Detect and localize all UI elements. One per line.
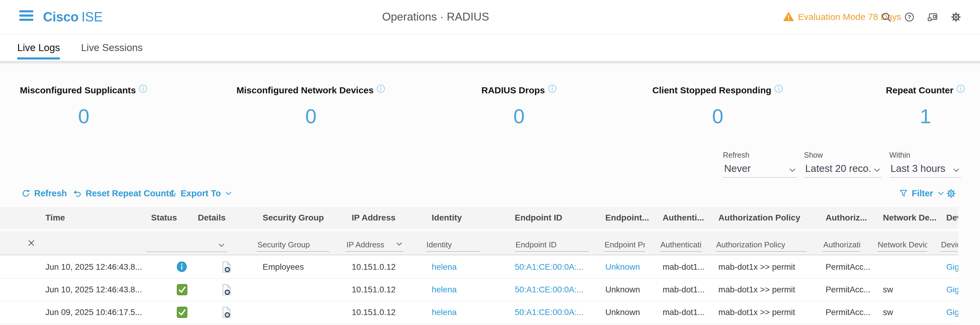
- cell-authorization-profile: PermitAcc...: [821, 279, 877, 301]
- counter-value: 0: [652, 105, 783, 128]
- filter-button[interactable]: Filter: [899, 185, 945, 202]
- reset-repeat-counts-label: Reset Repeat Counts: [86, 189, 174, 198]
- device-port-filter-input[interactable]: [940, 239, 958, 252]
- cell-authentication-policy: mab-dot1...: [658, 301, 713, 324]
- cell-network-device: sw: [878, 279, 940, 301]
- ip-address-filter-input[interactable]: [346, 239, 403, 252]
- cell-device-port-link[interactable]: GigabitE: [942, 279, 958, 301]
- status-filter-select[interactable]: [146, 239, 227, 252]
- refresh-button-label: Refresh: [34, 189, 67, 198]
- tab-bar: Live Logs Live Sessions: [0, 34, 980, 61]
- info-icon[interactable]: [774, 84, 783, 93]
- details-report-icon[interactable]: [222, 261, 231, 273]
- menu-hamburger-icon[interactable]: [19, 10, 33, 24]
- details-report-icon[interactable]: [222, 307, 231, 318]
- cell-time: Jun 10, 2025 12:46:43.8...: [18, 256, 142, 279]
- tab-live-sessions[interactable]: Live Sessions: [81, 34, 143, 61]
- col-header-status[interactable]: Status: [143, 207, 192, 229]
- settings-gear-icon[interactable]: [951, 12, 961, 22]
- cell-authorization-profile: PermitAcc...: [821, 301, 877, 324]
- refresh-button[interactable]: Refresh: [21, 185, 67, 202]
- status-passed-icon[interactable]: [177, 307, 188, 318]
- col-header-endpoint-profile[interactable]: Endpoint...: [601, 207, 657, 229]
- table-toolbar: Refresh Reset Repeat Counts Export To Fi…: [0, 185, 980, 202]
- within-select[interactable]: Within Last 3 hours: [889, 151, 961, 178]
- cell-authorization-profile: PermitAcc...: [821, 256, 877, 279]
- cell-ip-address: 10.151.0.12: [347, 301, 426, 324]
- identity-filter-input[interactable]: [426, 239, 480, 252]
- tab-live-logs[interactable]: Live Logs: [17, 34, 60, 61]
- warning-icon: [783, 12, 794, 22]
- col-header-authentication-policy[interactable]: Authenti...: [658, 207, 713, 229]
- counter-value: 1: [886, 105, 965, 128]
- authorization-profile-filter-input[interactable]: [823, 239, 861, 252]
- shortcuts-icon[interactable]: [927, 12, 938, 22]
- endpoint-profile-filter-input[interactable]: [604, 239, 645, 252]
- show-select[interactable]: Show Latest 20 reco...: [804, 151, 882, 178]
- col-header-endpoint-id[interactable]: Endpoint ID: [510, 207, 600, 229]
- cell-ip-address: 10.151.0.12: [347, 279, 426, 301]
- status-passed-icon[interactable]: [177, 284, 188, 295]
- brand-logo[interactable]: Cisco ISE: [43, 0, 103, 34]
- col-header-security-group[interactable]: Security Group: [258, 207, 346, 229]
- counter-value: 0: [20, 105, 148, 128]
- col-header-ip-address[interactable]: IP Address: [347, 207, 426, 229]
- col-header-device-port[interactable]: Device: [942, 207, 958, 229]
- network-device-filter-input[interactable]: [877, 239, 927, 252]
- col-header-time[interactable]: Time: [18, 207, 142, 229]
- cell-identity-link[interactable]: helena: [427, 279, 509, 301]
- counter-value: 0: [481, 105, 557, 128]
- table-row: Jun 10, 2025 12:46:43.8... 10.151.0.12 h…: [0, 279, 958, 301]
- security-group-filter-input[interactable]: [257, 239, 329, 252]
- export-to-button[interactable]: Export To: [168, 185, 232, 202]
- col-header-authorization-profile[interactable]: Authoriz...: [821, 207, 877, 229]
- info-icon[interactable]: [139, 84, 148, 93]
- counter-label: Repeat Counter: [886, 85, 953, 95]
- cell-endpoint-id-link[interactable]: 50:A1:CE:00:0A:...: [510, 301, 600, 324]
- cell-endpoint-id-link[interactable]: 50:A1:CE:00:0A:...: [510, 279, 600, 301]
- chevron-down-icon: [952, 166, 960, 174]
- cell-status: [143, 301, 192, 324]
- col-header-network-device[interactable]: Network De...: [878, 207, 940, 229]
- cell-endpoint-profile-link[interactable]: Unknown: [601, 256, 657, 279]
- reset-repeat-counts-button[interactable]: Reset Repeat Counts: [73, 185, 174, 202]
- counter-radius-drops: RADIUS Drops 0: [481, 85, 557, 128]
- cell-network-device: sw: [878, 301, 940, 324]
- table-settings-gear-icon[interactable]: [946, 185, 956, 202]
- cell-endpoint-id-link[interactable]: 50:A1:CE:00:0A:...: [510, 256, 600, 279]
- help-icon[interactable]: ?: [904, 12, 915, 22]
- counter-misconfigured-network-devices: Misconfigured Network Devices 0: [237, 85, 385, 128]
- top-header: Cisco ISE Operations · RADIUS Evaluation…: [0, 0, 980, 34]
- cell-status: [143, 256, 192, 279]
- counter-client-stopped-responding: Client Stopped Responding 0: [652, 85, 783, 128]
- info-icon[interactable]: [548, 84, 557, 93]
- endpoint-id-filter-input[interactable]: [515, 239, 589, 252]
- cell-identity-link[interactable]: helena: [427, 301, 509, 324]
- col-header-details[interactable]: Details: [193, 207, 257, 229]
- within-value: Last 3 hours: [891, 163, 945, 174]
- cell-security-group: [258, 279, 346, 301]
- col-header-identity[interactable]: Identity: [427, 207, 509, 229]
- refresh-select[interactable]: Refresh Never: [723, 151, 797, 178]
- search-icon[interactable]: [881, 12, 892, 22]
- authentication-policy-filter-input[interactable]: [660, 239, 702, 252]
- cell-network-device: [878, 256, 940, 279]
- show-value: Latest 20 reco...: [805, 163, 872, 174]
- svg-text:?: ?: [908, 14, 911, 20]
- status-info-icon[interactable]: [177, 261, 187, 272]
- brand-light: ISE: [81, 10, 102, 24]
- refresh-icon: [21, 189, 30, 198]
- cell-device-port-link[interactable]: GigabitE: [942, 301, 958, 324]
- cell-identity-link[interactable]: helena: [427, 256, 509, 279]
- details-report-icon[interactable]: [222, 284, 231, 295]
- cell-device-port-link[interactable]: GigabitE: [942, 256, 958, 279]
- cisco-ise-app: Cisco ISE Operations · RADIUS Evaluation…: [0, 0, 980, 325]
- chevron-down-icon: [788, 166, 796, 174]
- info-icon[interactable]: [377, 84, 385, 93]
- authorization-policy-filter-input[interactable]: [716, 239, 807, 252]
- col-header-authorization-policy[interactable]: Authorization Policy: [714, 207, 820, 229]
- cell-time: Jun 09, 2025 10:46:17.5...: [18, 301, 142, 324]
- clear-filters-icon[interactable]: [27, 239, 35, 247]
- refresh-value: Never: [724, 163, 751, 174]
- info-icon[interactable]: [956, 84, 965, 93]
